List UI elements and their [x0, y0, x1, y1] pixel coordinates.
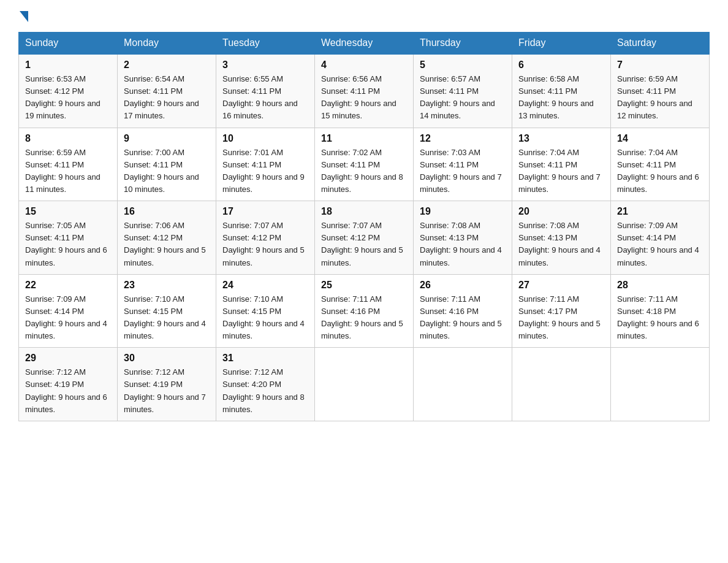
day-info: Sunrise: 7:03 AMSunset: 4:11 PMDaylight:… — [420, 147, 506, 196]
day-number: 16 — [124, 206, 210, 217]
calendar-cell: 25Sunrise: 7:11 AMSunset: 4:16 PMDayligh… — [315, 274, 414, 348]
calendar-table: SundayMondayTuesdayWednesdayThursdayFrid… — [18, 32, 710, 421]
calendar-cell — [611, 348, 710, 421]
calendar-cell: 23Sunrise: 7:10 AMSunset: 4:15 PMDayligh… — [118, 274, 216, 348]
day-number: 8 — [25, 133, 111, 144]
day-info: Sunrise: 7:02 AMSunset: 4:11 PMDaylight:… — [321, 147, 407, 196]
day-info: Sunrise: 7:12 AMSunset: 4:19 PMDaylight:… — [25, 366, 111, 416]
calendar-cell — [512, 348, 611, 421]
day-number: 2 — [124, 59, 210, 71]
day-info: Sunrise: 7:09 AMSunset: 4:14 PMDaylight:… — [25, 293, 111, 343]
day-info: Sunrise: 6:59 AMSunset: 4:11 PMDaylight:… — [617, 73, 703, 123]
day-info: Sunrise: 7:10 AMSunset: 4:15 PMDaylight:… — [124, 293, 210, 343]
day-number: 3 — [222, 59, 308, 71]
day-number: 5 — [420, 59, 506, 71]
day-info: Sunrise: 7:06 AMSunset: 4:12 PMDaylight:… — [124, 220, 210, 269]
day-info: Sunrise: 7:04 AMSunset: 4:11 PMDaylight:… — [518, 147, 604, 196]
calendar-week-row: 15Sunrise: 7:05 AMSunset: 4:11 PMDayligh… — [19, 201, 710, 275]
day-number: 23 — [124, 280, 210, 291]
calendar-cell: 9Sunrise: 7:00 AMSunset: 4:11 PMDaylight… — [118, 128, 216, 201]
calendar-cell: 31Sunrise: 7:12 AMSunset: 4:20 PMDayligh… — [216, 348, 315, 421]
day-info: Sunrise: 7:08 AMSunset: 4:13 PMDaylight:… — [420, 220, 506, 269]
day-info: Sunrise: 6:53 AMSunset: 4:12 PMDaylight:… — [25, 73, 111, 123]
calendar-cell: 29Sunrise: 7:12 AMSunset: 4:19 PMDayligh… — [19, 348, 118, 421]
calendar-cell: 11Sunrise: 7:02 AMSunset: 4:11 PMDayligh… — [315, 128, 414, 201]
day-info: Sunrise: 7:09 AMSunset: 4:14 PMDaylight:… — [617, 220, 703, 269]
day-info: Sunrise: 7:08 AMSunset: 4:13 PMDaylight:… — [518, 220, 604, 269]
day-number: 24 — [222, 280, 308, 291]
day-number: 20 — [518, 206, 604, 217]
day-number: 29 — [25, 353, 111, 364]
calendar-cell: 28Sunrise: 7:11 AMSunset: 4:18 PMDayligh… — [611, 274, 710, 348]
day-number: 4 — [321, 59, 407, 71]
calendar-cell: 2Sunrise: 6:54 AMSunset: 4:11 PMDaylight… — [118, 54, 216, 128]
day-number: 30 — [124, 353, 210, 364]
weekday-header-monday: Monday — [118, 33, 216, 55]
day-number: 14 — [617, 133, 703, 144]
calendar-cell: 17Sunrise: 7:07 AMSunset: 4:12 PMDayligh… — [216, 201, 315, 275]
day-number: 21 — [617, 206, 703, 217]
day-number: 7 — [617, 59, 703, 71]
calendar-cell: 19Sunrise: 7:08 AMSunset: 4:13 PMDayligh… — [414, 201, 512, 275]
calendar-week-row: 29Sunrise: 7:12 AMSunset: 4:19 PMDayligh… — [19, 348, 710, 421]
day-info: Sunrise: 7:01 AMSunset: 4:11 PMDaylight:… — [222, 147, 308, 196]
day-info: Sunrise: 7:07 AMSunset: 4:12 PMDaylight:… — [321, 220, 407, 269]
calendar-cell: 16Sunrise: 7:06 AMSunset: 4:12 PMDayligh… — [118, 201, 216, 275]
calendar-cell: 20Sunrise: 7:08 AMSunset: 4:13 PMDayligh… — [512, 201, 611, 275]
calendar-week-row: 8Sunrise: 6:59 AMSunset: 4:11 PMDaylight… — [19, 128, 710, 201]
day-number: 12 — [420, 133, 506, 144]
day-number: 25 — [321, 280, 407, 291]
calendar-cell: 21Sunrise: 7:09 AMSunset: 4:14 PMDayligh… — [611, 201, 710, 275]
day-info: Sunrise: 7:11 AMSunset: 4:16 PMDaylight:… — [420, 293, 506, 343]
logo — [18, 12, 28, 21]
day-number: 9 — [124, 133, 210, 144]
weekday-header-wednesday: Wednesday — [315, 33, 414, 55]
day-info: Sunrise: 7:00 AMSunset: 4:11 PMDaylight:… — [124, 147, 210, 196]
day-info: Sunrise: 7:11 AMSunset: 4:17 PMDaylight:… — [518, 293, 604, 343]
day-info: Sunrise: 7:12 AMSunset: 4:20 PMDaylight:… — [222, 366, 308, 416]
calendar-cell — [414, 348, 512, 421]
calendar-cell: 26Sunrise: 7:11 AMSunset: 4:16 PMDayligh… — [414, 274, 512, 348]
calendar-cell: 7Sunrise: 6:59 AMSunset: 4:11 PMDaylight… — [611, 54, 710, 128]
day-number: 26 — [420, 280, 506, 291]
day-info: Sunrise: 7:07 AMSunset: 4:12 PMDaylight:… — [222, 220, 308, 269]
weekday-header-saturday: Saturday — [611, 33, 710, 55]
calendar-cell: 10Sunrise: 7:01 AMSunset: 4:11 PMDayligh… — [216, 128, 315, 201]
day-number: 15 — [25, 206, 111, 217]
weekday-header-thursday: Thursday — [414, 33, 512, 55]
day-number: 31 — [222, 353, 308, 364]
weekday-header-friday: Friday — [512, 33, 611, 55]
day-info: Sunrise: 6:55 AMSunset: 4:11 PMDaylight:… — [222, 73, 308, 123]
day-info: Sunrise: 6:58 AMSunset: 4:11 PMDaylight:… — [518, 73, 604, 123]
calendar-cell: 13Sunrise: 7:04 AMSunset: 4:11 PMDayligh… — [512, 128, 611, 201]
weekday-header-sunday: Sunday — [19, 33, 118, 55]
day-number: 22 — [25, 280, 111, 291]
calendar-cell: 27Sunrise: 7:11 AMSunset: 4:17 PMDayligh… — [512, 274, 611, 348]
day-info: Sunrise: 6:56 AMSunset: 4:11 PMDaylight:… — [321, 73, 407, 123]
calendar-cell: 4Sunrise: 6:56 AMSunset: 4:11 PMDaylight… — [315, 54, 414, 128]
calendar-cell: 5Sunrise: 6:57 AMSunset: 4:11 PMDaylight… — [414, 54, 512, 128]
day-number: 11 — [321, 133, 407, 144]
day-number: 18 — [321, 206, 407, 217]
day-info: Sunrise: 7:11 AMSunset: 4:16 PMDaylight:… — [321, 293, 407, 343]
day-info: Sunrise: 7:10 AMSunset: 4:15 PMDaylight:… — [222, 293, 308, 343]
calendar-cell: 8Sunrise: 6:59 AMSunset: 4:11 PMDaylight… — [19, 128, 118, 201]
calendar-week-row: 22Sunrise: 7:09 AMSunset: 4:14 PMDayligh… — [19, 274, 710, 348]
calendar-cell: 3Sunrise: 6:55 AMSunset: 4:11 PMDaylight… — [216, 54, 315, 128]
day-info: Sunrise: 6:57 AMSunset: 4:11 PMDaylight:… — [420, 73, 506, 123]
day-number: 17 — [222, 206, 308, 217]
calendar-cell: 30Sunrise: 7:12 AMSunset: 4:19 PMDayligh… — [118, 348, 216, 421]
day-number: 10 — [222, 133, 308, 144]
calendar-cell: 1Sunrise: 6:53 AMSunset: 4:12 PMDaylight… — [19, 54, 118, 128]
day-info: Sunrise: 6:59 AMSunset: 4:11 PMDaylight:… — [25, 147, 111, 196]
calendar-cell — [315, 348, 414, 421]
calendar-cell: 14Sunrise: 7:04 AMSunset: 4:11 PMDayligh… — [611, 128, 710, 201]
calendar-cell: 12Sunrise: 7:03 AMSunset: 4:11 PMDayligh… — [414, 128, 512, 201]
logo-arrow-icon — [20, 11, 28, 22]
calendar-cell: 24Sunrise: 7:10 AMSunset: 4:15 PMDayligh… — [216, 274, 315, 348]
calendar-cell: 18Sunrise: 7:07 AMSunset: 4:12 PMDayligh… — [315, 201, 414, 275]
day-number: 13 — [518, 133, 604, 144]
day-info: Sunrise: 7:12 AMSunset: 4:19 PMDaylight:… — [124, 366, 210, 416]
calendar-cell: 15Sunrise: 7:05 AMSunset: 4:11 PMDayligh… — [19, 201, 118, 275]
weekday-header-tuesday: Tuesday — [216, 33, 315, 55]
